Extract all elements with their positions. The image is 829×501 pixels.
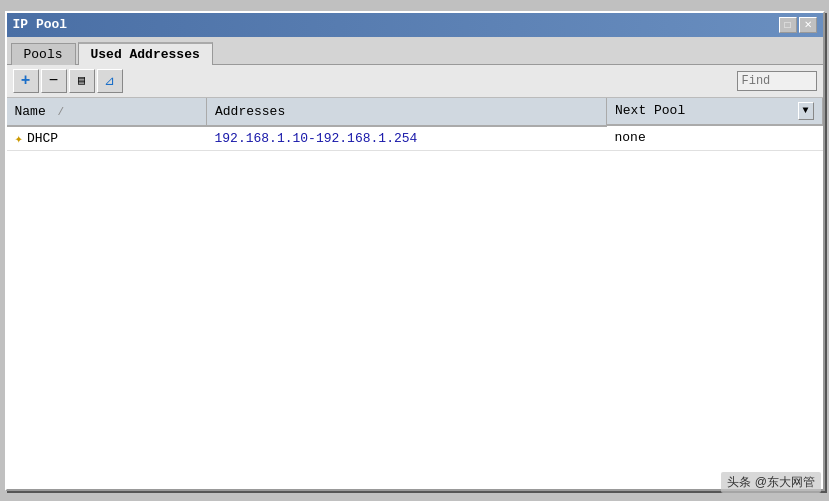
window-title: IP Pool: [13, 17, 68, 32]
name-divider: /: [58, 106, 65, 118]
find-input[interactable]: [737, 71, 817, 91]
row-name: DHCP: [27, 131, 58, 146]
remove-button[interactable]: −: [41, 69, 67, 93]
toolbar: + − ▤ ⊿: [7, 65, 823, 98]
title-bar: IP Pool □ ✕: [7, 13, 823, 37]
tabs-bar: Pools Used Addresses: [7, 37, 823, 65]
table-row[interactable]: ✦ DHCP 192.168.1.10-192.168.1.254 none: [7, 126, 823, 151]
add-icon: +: [21, 72, 31, 90]
ip-pool-window: IP Pool □ ✕ Pools Used Addresses + − ▤ ⊿: [5, 11, 825, 491]
edit-button[interactable]: ▤: [69, 69, 95, 93]
edit-icon: ▤: [78, 73, 85, 88]
row-addresses-cell: 192.168.1.10-192.168.1.254: [207, 126, 607, 151]
row-addresses: 192.168.1.10-192.168.1.254: [215, 131, 418, 146]
table-container: Name / Addresses Next Pool ▼ ✦ DHCP: [7, 98, 823, 489]
add-button[interactable]: +: [13, 69, 39, 93]
filter-button[interactable]: ⊿: [97, 69, 123, 93]
filter-icon: ⊿: [104, 73, 115, 89]
close-button[interactable]: ✕: [799, 17, 817, 33]
row-next-pool: none: [615, 130, 646, 145]
row-name-cell: ✦ DHCP: [7, 126, 207, 151]
tab-pools[interactable]: Pools: [11, 43, 76, 65]
remove-icon: −: [49, 73, 59, 89]
minimize-button[interactable]: □: [779, 17, 797, 33]
row-icon: ✦: [15, 130, 23, 147]
window-controls: □ ✕: [779, 17, 817, 33]
tab-used-addresses[interactable]: Used Addresses: [78, 42, 213, 65]
ip-pool-table: Name / Addresses Next Pool ▼ ✦ DHCP: [7, 98, 823, 151]
sort-arrow-icon[interactable]: ▼: [798, 102, 814, 120]
col-header-name: Name /: [7, 98, 207, 126]
col-header-addresses: Addresses: [207, 98, 607, 126]
col-header-next-pool: Next Pool ▼: [607, 98, 823, 126]
watermark: 头条 @东大网管: [721, 472, 821, 493]
row-next-pool-cell: none: [607, 126, 823, 151]
